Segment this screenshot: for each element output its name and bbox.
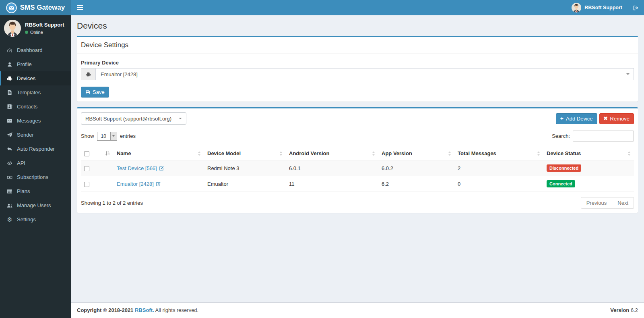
sidebar-item-profile[interactable]: Profile [0, 57, 71, 71]
row-checkbox[interactable] [84, 166, 89, 171]
content-wrapper: Devices Device Settings Primary Device E… [71, 15, 644, 302]
brand-name: SMS Gateway [20, 4, 65, 12]
device-settings-box: Device Settings Primary Device Emualtor … [77, 36, 638, 102]
logout-icon[interactable] [627, 0, 644, 15]
edit-icon[interactable] [159, 166, 164, 171]
plus-icon: + [560, 116, 564, 121]
sidebar-user-avatar [4, 20, 21, 37]
primary-device-select[interactable]: Emualtor [2428] [95, 68, 634, 80]
android-icon [6, 76, 13, 81]
online-status-icon [25, 31, 28, 34]
brand-envelope-icon [6, 2, 17, 13]
sidebar-item-templates[interactable]: Templates [0, 85, 71, 100]
gear-icon: ⚙ [6, 217, 13, 222]
dashboard-icon [6, 48, 13, 53]
brand[interactable]: SMS Gateway [0, 0, 71, 15]
previous-page-button[interactable]: Previous [581, 197, 613, 209]
header-total-messages[interactable]: Total Messages [454, 147, 543, 160]
sort-amount-asc-icon [105, 151, 110, 156]
users-icon [6, 203, 13, 208]
remove-button[interactable]: ✖ Remove [599, 113, 634, 124]
header-android-version[interactable]: Android Version [286, 147, 378, 160]
next-page-button[interactable]: Next [612, 197, 634, 209]
search-input[interactable] [573, 131, 634, 141]
device-name-link[interactable]: Emualtor [2428] [117, 181, 154, 187]
search-label: Search: [552, 133, 570, 139]
rbsoft-link[interactable]: RBSoft. [135, 307, 154, 313]
header-name[interactable]: Name [114, 147, 204, 160]
navbar-user-avatar [572, 3, 581, 12]
devices-table: Name Device Model Android Version [81, 147, 634, 192]
select-all-checkbox[interactable] [84, 151, 89, 156]
sidebar-user-name: RBSoft Support [25, 22, 64, 28]
chevron-down-icon [626, 73, 630, 77]
sidebar-item-sender[interactable]: Sender [0, 128, 71, 142]
app-version-cell: 6.0.2 [378, 160, 454, 176]
android-addon-icon [81, 68, 95, 80]
select-arrow-icon [110, 132, 117, 140]
box-title: Device Settings [77, 37, 638, 54]
sidebar-toggle[interactable] [71, 0, 89, 15]
user-filter-select[interactable]: RBSoft Support (support@rbsoft.org) [81, 112, 186, 125]
x-icon: ✖ [604, 116, 608, 121]
header-device-status[interactable]: Device Status [543, 147, 634, 160]
chevron-down-icon [179, 118, 182, 121]
app-version-cell: 6.2 [378, 176, 454, 192]
top-navbar: SMS Gateway RBSoft Support [0, 0, 644, 15]
sort-icon [448, 151, 451, 156]
device-model-cell: Emualtor [204, 176, 286, 192]
sidebar-user-status[interactable]: Online [25, 30, 64, 35]
save-button[interactable]: Save [81, 87, 109, 98]
money-icon [6, 175, 13, 180]
sidebar-item-contacts[interactable]: Contacts [0, 100, 71, 114]
entries-label: entries [120, 133, 136, 139]
show-label: Show [81, 133, 94, 139]
app-root: SMS Gateway RBSoft Support [0, 0, 644, 318]
sort-icon [198, 151, 201, 156]
total-messages-cell: 2 [454, 160, 543, 176]
device-name-link[interactable]: Test Device [566] [117, 165, 157, 171]
sidebar-item-plans[interactable]: Plans [0, 184, 71, 198]
android-version-cell: 11 [286, 176, 378, 192]
table-row: Test Device [566] Redmi Note 3 6.0.1 6.0… [81, 160, 634, 176]
sort-icon [627, 151, 631, 156]
total-messages-cell: 0 [454, 176, 543, 192]
main-footer: Copyright © 2018-2021 RBSoft. All rights… [71, 302, 644, 318]
table-info: Showing 1 to 2 of 2 entries [81, 200, 143, 206]
select-all-header[interactable] [81, 147, 114, 160]
sort-icon [372, 151, 375, 156]
sidebar-item-subscriptions[interactable]: Subscriptions [0, 170, 71, 184]
row-checkbox[interactable] [84, 182, 89, 187]
devices-list-box: RBSoft Support (support@rbsoft.org) + Ad… [77, 107, 638, 213]
sidebar-item-dashboard[interactable]: Dashboard [0, 43, 71, 57]
header-device-model[interactable]: Device Model [204, 147, 286, 160]
navbar-user-name: RBSoft Support [584, 5, 622, 10]
android-version-cell: 6.0.1 [286, 160, 378, 176]
user-icon [6, 62, 13, 67]
sidebar-item-auto-responder[interactable]: Auto Responder [0, 142, 71, 156]
sidebar-item-api[interactable]: API [0, 156, 71, 170]
sidebar-item-settings[interactable]: ⚙ Settings [0, 212, 71, 227]
code-icon [6, 160, 13, 166]
table-row: Emualtor [2428] Emualtor 11 6.2 0 Connec… [81, 176, 634, 192]
navbar-user-menu[interactable]: RBSoft Support [567, 0, 627, 15]
status-badge: Disconnected [547, 164, 581, 172]
status-badge: Connected [547, 180, 575, 187]
address-book-icon [6, 104, 13, 110]
header-app-version[interactable]: App Version [378, 147, 454, 160]
page-title: Devices [77, 21, 638, 31]
page-size-select[interactable]: 10 [97, 132, 117, 141]
sidebar: RBSoft Support Online Dashboard Profile … [0, 15, 71, 318]
sidebar-item-messages[interactable]: Messages [0, 114, 71, 128]
add-device-button[interactable]: + Add Device [556, 113, 597, 124]
file-text-icon [6, 90, 13, 96]
sidebar-item-manage-users[interactable]: Manage Users [0, 198, 71, 212]
sidebar-menu: Dashboard Profile Devices Templates Cont… [0, 43, 71, 227]
version-text: Version 6.2 [610, 307, 638, 314]
device-model-cell: Redmi Note 3 [204, 160, 286, 176]
envelope-icon [6, 118, 13, 124]
sidebar-item-devices[interactable]: Devices [0, 71, 71, 85]
sort-icon [279, 151, 283, 156]
primary-device-label: Primary Device [81, 60, 634, 66]
edit-icon[interactable] [156, 181, 161, 187]
